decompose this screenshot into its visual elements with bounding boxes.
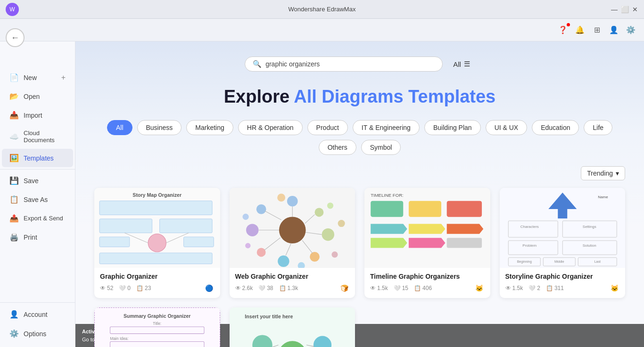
sidebar-item-print-label: Print <box>24 234 37 241</box>
open-icon: 📂 <box>9 92 19 101</box>
svg-text:Beginning: Beginning <box>517 260 531 264</box>
filter-all[interactable]: All <box>107 120 132 135</box>
svg-text:Solution: Solution <box>582 243 596 248</box>
template-card-graphic-organizer[interactable]: Story Map Organizer Graphic Organizer <box>94 188 220 298</box>
template-name-1: Graphic Organizer <box>100 273 215 280</box>
copies-stat-2: 📋 1.3k <box>279 285 298 291</box>
filter-hr[interactable]: HR & Operation <box>238 120 303 135</box>
sidebar-item-new-label: New <box>24 74 37 81</box>
cloud-icon: ☁️ <box>9 132 19 141</box>
svg-rect-2 <box>99 201 212 215</box>
close-button[interactable]: ✕ <box>632 6 638 13</box>
sidebar-item-templates-label: Templates <box>24 154 54 162</box>
template-info-2: Web Graphic Organizer 👁 2.6k 🤍 38 📋 1.3k… <box>230 268 355 298</box>
template-info-1: Graphic Organizer 👁 52 🤍 0 📋 23 🔵 <box>94 268 220 298</box>
save-icon: 💾 <box>9 176 19 185</box>
template-thumb-6: Insert your title here <box>230 307 355 347</box>
settings-icon[interactable]: ⚙️ <box>625 24 636 36</box>
template-stats-3: 👁 1.5k 🤍 15 📋 406 🐱 <box>370 283 485 293</box>
sidebar-item-cloud-label: Cloud Documents <box>24 129 66 144</box>
filter-business[interactable]: Business <box>137 120 182 135</box>
filter-symbol[interactable]: Symbol <box>361 140 401 155</box>
sidebar-item-saveas[interactable]: 📋 Save As <box>2 190 73 209</box>
filter-uiux[interactable]: UI & UX <box>486 120 528 135</box>
bubble-map-svg: Insert your title here <box>230 307 355 347</box>
notification-icon[interactable]: 🔔 <box>574 24 586 36</box>
template-thumb-4: Name Characters Settings Problem Solutio… <box>500 188 626 268</box>
sidebar-item-templates[interactable]: 🖼️ Templates <box>2 149 73 167</box>
help-badge <box>567 23 570 26</box>
template-thumb-1: Story Map Organizer <box>94 188 220 268</box>
svg-text:Middle: Middle <box>554 260 564 263</box>
template-card-bubble-map[interactable]: Insert your title here <box>230 307 355 347</box>
template-stats-2: 👁 2.6k 🤍 38 📋 1.3k 🍞 <box>235 283 350 293</box>
author-avatar-2: 🍞 <box>339 283 349 293</box>
sidebar-item-open[interactable]: 📂 Open <box>2 87 73 105</box>
likes-stat-1: 🤍 0 <box>119 285 131 291</box>
template-card-summary[interactable]: Summary Graphic Organizer Title: Main Id… <box>94 307 220 347</box>
svg-text:Characters: Characters <box>520 225 538 229</box>
app-avatar: W <box>6 3 19 16</box>
views-stat-2: 👁 2.6k <box>235 285 253 291</box>
sidebar-item-options[interactable]: ⚙️ Options <box>2 324 73 343</box>
sidebar-item-export[interactable]: 📤 Export & Send <box>2 209 73 227</box>
svg-text:TIMELINE FOR:: TIMELINE FOR: <box>371 193 404 198</box>
svg-point-21 <box>277 194 285 202</box>
maximize-button[interactable]: ⬜ <box>621 6 628 13</box>
svg-text:Title:: Title: <box>153 321 161 326</box>
filter-it[interactable]: IT & Engineering <box>353 120 420 135</box>
sidebar-item-cloud[interactable]: ☁️ Cloud Documents <box>2 125 73 148</box>
filter-building[interactable]: Building Plan <box>424 120 481 135</box>
filter-others[interactable]: Others <box>319 140 356 155</box>
sidebar-item-account[interactable]: 👤 Account <box>2 305 73 323</box>
filter-education[interactable]: Education <box>532 120 579 135</box>
sidebar: ← 📄 New + 📂 Open 📥 Import ☁️ Cloud Docum… <box>0 41 75 347</box>
help-icon[interactable]: ❓ <box>557 24 569 36</box>
svg-text:Name: Name <box>598 195 608 199</box>
filter-area: All Business Marketing HR & Operation Pr… <box>94 120 625 155</box>
grid-icon[interactable]: ⊞ <box>591 24 603 36</box>
sidebar-item-print[interactable]: 🖨️ Print <box>2 228 73 246</box>
filter-life[interactable]: Life <box>584 120 612 135</box>
search-input[interactable] <box>265 60 435 68</box>
filter-marketing[interactable]: Marketing <box>186 120 233 135</box>
views-stat-3: 👁 1.5k <box>370 285 388 291</box>
search-icon: 🔍 <box>253 60 262 68</box>
template-thumb-2 <box>230 188 355 268</box>
template-info-3: Timeline Graphic Organizers 👁 1.5k 🤍 15 … <box>364 268 490 298</box>
sidebar-item-save-label: Save <box>24 177 39 185</box>
author-avatar-4: 🐱 <box>609 283 619 293</box>
filter-product[interactable]: Product <box>307 120 348 135</box>
account-icon: 👤 <box>9 310 19 319</box>
hero-text-normal: Explore <box>224 87 294 106</box>
template-card-timeline[interactable]: TIMELINE FOR: Time <box>364 188 490 298</box>
svg-text:Main Idea:: Main Idea: <box>110 336 129 341</box>
sidebar-item-save[interactable]: 💾 Save <box>2 171 73 190</box>
toolbar: ❓ 🔔 ⊞ 👤 ⚙️ <box>0 19 644 41</box>
template-card-web-graphic-organizer[interactable]: Web Graphic Organizer 👁 2.6k 🤍 38 📋 1.3k… <box>230 188 355 298</box>
hero-text-highlight: All Diagrams Templates <box>294 87 495 106</box>
svg-point-5 <box>148 234 166 252</box>
copies-stat-4: 📋 311 <box>546 285 564 291</box>
all-menu-button[interactable]: All ☰ <box>448 57 475 71</box>
window-controls[interactable]: — ⬜ ✕ <box>611 6 638 13</box>
svg-point-22 <box>327 202 333 209</box>
options-icon: ⚙️ <box>9 329 19 338</box>
svg-marker-45 <box>409 238 446 248</box>
search-box[interactable]: 🔍 <box>245 56 443 72</box>
svg-marker-41 <box>371 224 407 234</box>
sidebar-item-import[interactable]: 📥 Import <box>2 106 73 124</box>
templates-icon: 🖼️ <box>9 153 19 162</box>
back-button[interactable]: ← <box>6 41 25 47</box>
content-area: 🔍 All ☰ Explore All Diagrams Templates A… <box>75 41 644 347</box>
svg-point-19 <box>246 224 258 236</box>
template-stats-4: 👁 1.5k 🤍 2 📋 311 🐱 <box>505 283 620 293</box>
views-stat-1: 👁 52 <box>100 285 113 291</box>
sidebar-item-options-label: Options <box>24 330 46 338</box>
sidebar-item-new[interactable]: 📄 New + <box>2 68 73 87</box>
user-icon[interactable]: 👤 <box>608 24 619 36</box>
minimize-button[interactable]: — <box>611 6 618 13</box>
sidebar-item-open-label: Open <box>24 93 40 100</box>
sort-select[interactable]: Trending ▾ <box>581 166 625 180</box>
template-card-storyline[interactable]: Name Characters Settings Problem Solutio… <box>500 188 626 298</box>
